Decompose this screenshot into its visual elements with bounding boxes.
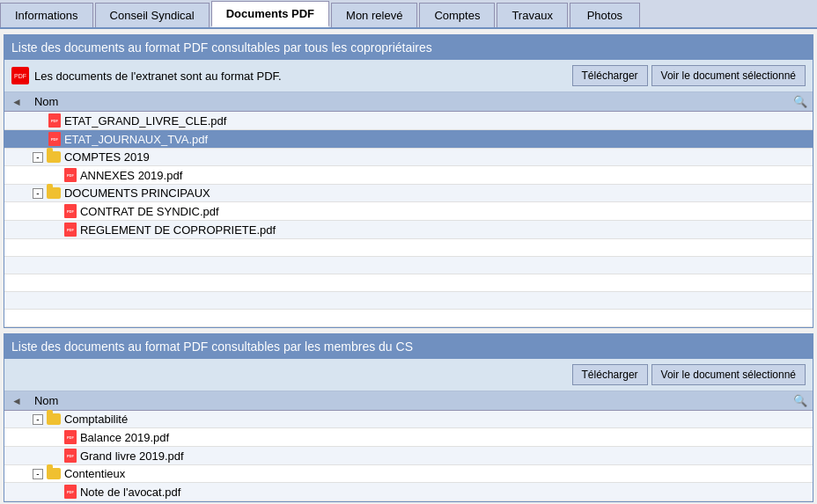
tab-bar: Informations Conseil Syndical Documents …: [0, 0, 817, 29]
search-icon2[interactable]: 🔍: [793, 394, 807, 407]
row-nav: [4, 112, 29, 130]
file-name: Note de l'avocat.pdf: [80, 486, 181, 499]
section-public-docs: Liste des documents au format PDF consul…: [4, 34, 813, 328]
folder-name: COMPTES 2019: [64, 150, 150, 164]
row-extra: [788, 465, 813, 483]
table-row[interactable]: Grand livre 2019.pdf: [4, 447, 813, 465]
row-nav: [4, 185, 29, 202]
file-icon: [64, 223, 77, 237]
file-icon: [64, 449, 77, 463]
table-row[interactable]: CONTRAT DE SYNDIC.pdf: [4, 202, 813, 221]
table-row[interactable]: ETAT_GRAND_LIVRE_CLE.pdf: [4, 112, 813, 130]
section1-search-col: 🔍: [788, 92, 813, 112]
section2-view-btn[interactable]: Voir le document sélectionné: [651, 364, 806, 385]
file-name: ETAT_JOURNAUX_TVA.pdf: [64, 133, 208, 146]
section2-tbody: - Comptabilité Balance 2019.pdf: [4, 411, 813, 501]
file-name: Grand livre 2019.pdf: [80, 449, 184, 463]
row-nav: [4, 465, 29, 483]
section2-file-table: ◄ Nom 🔍 - Comptabilité: [4, 391, 813, 501]
file-name: CONTRAT DE SYNDIC.pdf: [80, 205, 219, 218]
section1-col-nav: ◄: [4, 92, 29, 112]
row-cell: - Contentieux: [29, 465, 788, 483]
table-row[interactable]: REGLEMENT DE COPROPRIETE.pdf: [4, 221, 813, 239]
table-row[interactable]: ANNEXES 2019.pdf: [4, 166, 813, 185]
row-nav: [4, 130, 29, 149]
row-cell: ETAT_JOURNAUX_TVA.pdf: [29, 130, 788, 149]
section2-col-name: Nom: [29, 391, 788, 411]
row-cell: - Comptabilité: [29, 411, 788, 428]
expand-btn[interactable]: -: [33, 469, 43, 479]
folder-icon: [47, 187, 61, 199]
tab-mon-releve[interactable]: Mon relevé: [331, 3, 417, 27]
expand-btn[interactable]: -: [33, 152, 43, 163]
table-row[interactable]: Balance 2019.pdf: [4, 428, 813, 447]
section1-download-btn[interactable]: Télécharger: [572, 65, 648, 86]
section1-tbody: ETAT_GRAND_LIVRE_CLE.pdf ETAT_JOURNAUX_T…: [4, 112, 813, 327]
row-extra: [788, 447, 813, 465]
expand-btn[interactable]: -: [33, 414, 43, 425]
row-cell: ETAT_GRAND_LIVRE_CLE.pdf: [29, 112, 788, 130]
row-extra: [788, 221, 813, 239]
table-row[interactable]: ETAT_JOURNAUX_TVA.pdf: [4, 130, 813, 149]
table-row-empty: [4, 274, 813, 292]
section2-toolbar: Télécharger Voir le document sélectionné: [4, 359, 813, 391]
file-name: Balance 2019.pdf: [80, 431, 169, 444]
section1-info: PDF Les documents de l'extranet sont au …: [11, 67, 282, 84]
table-row-empty: [4, 310, 813, 327]
row-extra: [788, 483, 813, 501]
search-icon1[interactable]: 🔍: [793, 95, 807, 108]
scroll-left-icon2[interactable]: ◄: [10, 393, 24, 409]
row-extra: [788, 202, 813, 221]
row-cell: Grand livre 2019.pdf: [29, 447, 788, 465]
row-cell: ANNEXES 2019.pdf: [29, 166, 788, 185]
section1-view-btn[interactable]: Voir le document sélectionné: [651, 65, 806, 86]
row-nav: [4, 483, 29, 501]
file-name: REGLEMENT DE COPROPRIETE.pdf: [80, 223, 276, 237]
row-extra: [788, 149, 813, 166]
folder-icon: [47, 413, 61, 425]
folder-icon: [47, 151, 61, 163]
table-row[interactable]: - Contentieux: [4, 465, 813, 483]
tab-documents-pdf[interactable]: Documents PDF: [211, 1, 329, 27]
section1-toolbar: PDF Les documents de l'extranet sont au …: [4, 60, 813, 92]
table-row-empty: [4, 292, 813, 310]
section2-buttons: Télécharger Voir le document sélectionné: [572, 364, 806, 385]
table-row[interactable]: - Comptabilité: [4, 411, 813, 428]
section2-download-btn[interactable]: Télécharger: [572, 364, 648, 385]
row-nav: [4, 411, 29, 428]
row-extra: [788, 428, 813, 447]
row-nav: [4, 202, 29, 221]
file-icon: [64, 485, 77, 499]
section2-search-col: 🔍: [788, 391, 813, 411]
tab-photos[interactable]: Photos: [570, 3, 640, 27]
table-row[interactable]: - DOCUMENTS PRINCIPAUX: [4, 185, 813, 202]
section2-title: Liste des documents au format PDF consul…: [4, 334, 813, 359]
scroll-left-icon1[interactable]: ◄: [10, 94, 24, 110]
section1-info-text: Les documents de l'extranet sont au form…: [34, 69, 282, 83]
expand-btn[interactable]: -: [33, 188, 43, 199]
section1-title: Liste des documents au format PDF consul…: [4, 35, 813, 60]
row-cell: REGLEMENT DE COPROPRIETE.pdf: [29, 221, 788, 239]
file-icon: [64, 204, 77, 218]
folder-name: Contentieux: [64, 467, 125, 480]
table-row-empty: [4, 257, 813, 274]
table-row[interactable]: Note de l'avocat.pdf: [4, 483, 813, 501]
tab-conseil-syndical[interactable]: Conseil Syndical: [95, 3, 210, 27]
row-extra: [788, 112, 813, 130]
table-row[interactable]: - COMPTES 2019: [4, 149, 813, 166]
section-cs-docs: Liste des documents au format PDF consul…: [4, 333, 813, 502]
row-cell: Balance 2019.pdf: [29, 428, 788, 447]
row-cell: CONTRAT DE SYNDIC.pdf: [29, 202, 788, 221]
tab-comptes[interactable]: Comptes: [419, 3, 495, 27]
row-nav: [4, 166, 29, 185]
tab-informations[interactable]: Informations: [0, 3, 93, 27]
pdf-icon-toolbar1: PDF: [11, 67, 29, 84]
file-icon: [64, 430, 77, 444]
row-nav: [4, 149, 29, 166]
file-icon: [48, 113, 61, 128]
tab-travaux[interactable]: Travaux: [497, 3, 567, 27]
row-extra: [788, 130, 813, 149]
file-icon: [48, 132, 61, 146]
file-name: ANNEXES 2019.pdf: [80, 169, 182, 182]
row-extra: [788, 166, 813, 185]
